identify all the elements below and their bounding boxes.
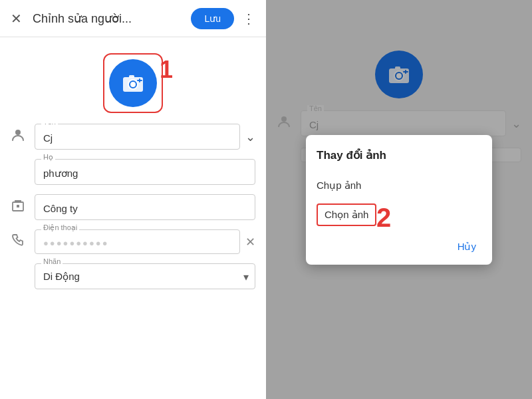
avatar-circle — [109, 59, 157, 107]
chevron-down-icon[interactable]: ⌄ — [245, 130, 255, 144]
congty-field-wrap — [35, 194, 255, 220]
dienthoai-input[interactable] — [35, 229, 240, 254]
form-section: Tên ⌄ Họ — [0, 124, 266, 399]
ho-field-wrap: Họ — [35, 159, 255, 185]
avatar-section: 1 — [0, 37, 266, 124]
nhan-label: Nhãn — [41, 257, 63, 265]
svg-point-2 — [130, 82, 136, 87]
dienthoai-field-wrap: Điện thoại — [35, 229, 240, 254]
congty-input[interactable] — [35, 194, 255, 220]
camera-add-icon — [120, 70, 146, 96]
dialog-option-chup-anh[interactable]: Chụp ảnh — [317, 174, 481, 197]
left-panel: ✕ Chỉnh sửa người... Lưu ⋮ 1 — [0, 0, 266, 399]
ho-row: Họ — [11, 159, 255, 185]
page-title: Chỉnh sửa người... — [33, 11, 191, 26]
dialog-option-chon-anh[interactable]: Chọn ảnh — [317, 203, 376, 226]
remove-phone-icon[interactable]: ✕ — [245, 235, 255, 249]
ten-row: Tên ⌄ — [11, 124, 255, 150]
nhan-row: Nhãn Di Động Nhà Công việc Khác ▾ — [11, 263, 255, 289]
close-button[interactable]: ✕ — [11, 11, 22, 27]
nhan-select-wrap: Nhãn Di Động Nhà Công việc Khác ▾ — [35, 263, 255, 289]
company-icon — [11, 198, 32, 216]
phone-icon — [11, 233, 32, 251]
avatar-box[interactable] — [103, 53, 163, 113]
ten-field-wrap: Tên — [35, 124, 240, 150]
svg-rect-5 — [137, 80, 142, 81]
more-options-icon[interactable]: ⋮ — [242, 11, 255, 27]
dialog-box: Thay đổi ảnh Chụp ảnh Chọn ảnh 2 Hủy — [306, 135, 492, 265]
ten-input[interactable] — [35, 124, 240, 150]
ho-label: Họ — [41, 153, 55, 162]
dialog-overlay: Thay đổi ảnh Chụp ảnh Chọn ảnh 2 Hủy — [266, 0, 532, 399]
ten-label: Tên — [41, 124, 58, 126]
save-button[interactable]: Lưu — [191, 8, 234, 29]
congty-row — [11, 194, 255, 220]
dialog-option-row: Chọn ảnh 2 — [317, 203, 481, 226]
svg-rect-8 — [17, 205, 19, 207]
dienthoai-row: Điện thoại ✕ — [11, 229, 255, 254]
person-icon — [11, 128, 32, 146]
right-panel: Tên Cj ⌄ Họ Thay đổi ảnh Chụp ảnh Chọn ả… — [266, 0, 532, 399]
svg-rect-3 — [129, 75, 134, 78]
dienthoai-label: Điện thoại — [41, 223, 79, 232]
step2-number: 2 — [376, 203, 391, 233]
step1-number: 1 — [160, 56, 173, 84]
header: ✕ Chỉnh sửa người... Lưu ⋮ — [0, 0, 266, 37]
ho-input[interactable] — [35, 159, 255, 185]
dialog-title: Thay đổi ảnh — [317, 148, 481, 162]
nhan-select[interactable]: Di Động Nhà Công việc Khác — [35, 263, 255, 289]
svg-point-6 — [15, 130, 21, 135]
dialog-cancel-button[interactable]: Hủy — [452, 237, 481, 257]
dialog-actions: Hủy — [317, 237, 481, 257]
